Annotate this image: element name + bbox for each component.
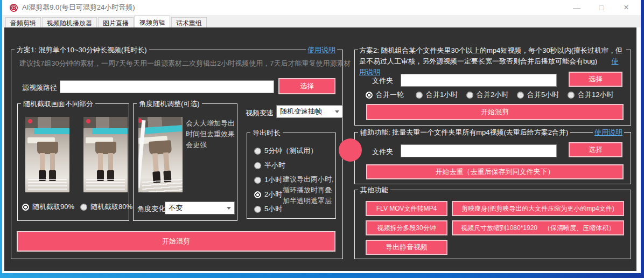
speed-label: 视频变速 (246, 108, 274, 118)
angle-preview-thumbnail (138, 117, 183, 192)
tab-bar: 音频剪辑 视频随机播放器 图片直播 视频剪辑 话术重组 (2, 15, 641, 27)
app-window: AI混剪器9.0(每日可混剪24小时音频) — □ × 音频剪辑 视频随机播放器… (2, 0, 641, 273)
plan2-title: 方案2: 随机组合某个文件夹里30个以上的mp4短视频，每个30秒以内(擅长过机… (359, 46, 622, 65)
assist-panel: 辅助功能: 批量去重一个文件夹里所有mp4视频(去重后给方案2合并) 使用说明 … (354, 132, 631, 184)
angle-group-title: 角度随机调整(可选) (137, 99, 202, 109)
merge-1hour-radio[interactable]: 合并1小时 (416, 90, 458, 100)
chevron-down-icon (335, 110, 339, 113)
plan2-folder-label: 文件夹 (372, 76, 393, 86)
main-content: 方案1: 混剪单个10~30分钟长视频(耗时长) 使用说明 建议找7组30分钟的… (4, 27, 636, 271)
source-path-label: 源视频路径 (22, 83, 57, 93)
plan1-title: 方案1: 混剪单个10~30分钟长视频(耗时长) (15, 45, 149, 55)
start-mix-button-plan2[interactable]: 开始混剪 (366, 104, 624, 120)
plan2-folder-input[interactable] (401, 74, 557, 87)
chevron-down-icon (227, 207, 231, 210)
radio-icon (80, 204, 87, 211)
angle-note: 会大大增加导出时间但去重效果会更强 (186, 118, 235, 150)
angle-change-select[interactable]: 不变 (165, 201, 235, 214)
others-panel: 其他功能 FLV MOV文件转MP4 剪映瘦身(把剪映导出的大文件压缩为更小的m… (354, 190, 631, 259)
crop-group: 随机截取画面不同部分 随机截取90% 随机截取80% (17, 103, 129, 221)
export-note: 建议导出两小时,循环播放时再叠加半透明遮罩层 (283, 174, 334, 206)
merge-5hour-radio[interactable]: 合并5小时 (517, 90, 559, 100)
flv-mov-to-mp4-button[interactable]: FLV MOV文件转MP4 (366, 201, 447, 216)
merge-2hour-radio[interactable]: 合并2小时 (466, 90, 508, 100)
plan2-panel: 方案2: 随机组合某个文件夹里30个以上的mp4短视频，每个30秒以内(擅长过机… (354, 50, 631, 126)
title-bar: AI混剪器9.0(每日可混剪24小时音频) — □ × (2, 0, 641, 15)
tab-image-live[interactable]: 图片直播 (98, 17, 134, 27)
merge-12hour-radio[interactable]: 合并12小时 (568, 90, 613, 100)
plan1-help-link[interactable]: 使用说明 (306, 45, 337, 55)
others-title: 其他功能 (358, 185, 390, 195)
assist-folder-label: 文件夹 (372, 147, 393, 157)
crop-group-title: 随机截取画面不同部分 (21, 99, 95, 109)
jianying-shrink-button[interactable]: 剪映瘦身(把剪映导出的大文件压缩为更小的mp4文件) (452, 201, 624, 216)
radio-selected-icon (254, 191, 261, 198)
tab-audio-edit[interactable]: 音频剪辑 (5, 17, 41, 27)
radio-selected-icon (366, 92, 373, 99)
split-30min-button[interactable]: 视频拆分多段30分钟 (366, 220, 447, 235)
tab-video-random-player[interactable]: 视频随机播放器 (42, 17, 97, 27)
export-2hour-radio[interactable]: 2小时 (254, 190, 282, 199)
crop-90-radio[interactable]: 随机截取90% (22, 202, 74, 212)
export-half-hour-radio[interactable]: 半小时 (254, 161, 285, 170)
export-muted-video-button[interactable]: 导出静音视频 (366, 240, 447, 255)
radio-selected-icon (22, 204, 29, 211)
merge-one-round-radio[interactable]: 合并一轮 (366, 90, 404, 100)
plan2-choose-button[interactable]: 选择 (569, 72, 622, 87)
start-mix-button-plan1[interactable]: 开始混剪 (17, 231, 335, 252)
assist-help-link[interactable]: 使用说明 (593, 128, 624, 137)
app-logo-icon (10, 4, 18, 12)
tab-video-edit[interactable]: 视频剪辑 (135, 16, 170, 27)
export-5min-radio[interactable]: 5分钟（测试用） (254, 146, 317, 156)
crop-preview-thumbnail-2 (83, 117, 128, 192)
crop-80-radio[interactable]: 随机截取80% (80, 202, 132, 212)
export-5hour-radio[interactable]: 5小时 (254, 204, 282, 214)
assist-choose-button[interactable]: 选择 (569, 142, 622, 157)
angle-change-label: 角度变化 (137, 204, 165, 214)
speed-select[interactable]: 随机变速抽帧 (276, 105, 343, 118)
source-choose-button[interactable]: 选择 (278, 78, 335, 94)
angle-group: 角度随机调整(可选) 会大大增加导出时间但去重效果会更强 角度变化 不变 (133, 103, 237, 221)
source-path-input[interactable] (60, 80, 274, 93)
export-duration-group: 导出时长 5分钟（测试用） 半小时 1小时 2小时 (247, 133, 336, 219)
close-button[interactable]: × (618, 3, 634, 12)
assist-folder-input[interactable] (401, 144, 557, 157)
minimize-button[interactable]: — (569, 3, 585, 12)
start-dedupe-button[interactable]: 开始去重（去重后保存到同文件夹下） (366, 164, 624, 179)
plan1-panel: 方案1: 混剪单个10~30分钟长视频(耗时长) 使用说明 建议找7组30分钟的… (11, 50, 343, 259)
maximize-button[interactable]: □ (593, 3, 610, 12)
tab-script-remix[interactable]: 话术重组 (171, 17, 207, 27)
record-dot-icon (339, 138, 362, 162)
window-title: AI混剪器9.0(每日可混剪24小时音频) (22, 3, 135, 12)
export-1hour-radio[interactable]: 1小时 (254, 175, 282, 185)
crop-preview-thumbnail-1 (25, 117, 69, 192)
export-duration-title: 导出时长 (250, 128, 283, 138)
resize-1080x1920-button[interactable]: 视频尺寸放缩到1080*1920 （保清晰度、压缩体积） (452, 220, 624, 235)
window-controls: — □ × (569, 0, 634, 15)
assist-title: 辅助功能: 批量去重一个文件夹里所有mp4视频(去重后给方案2合并) (358, 128, 570, 137)
plan1-hint: 建议找7组30分钟的素材，一周7天每天用一组源素材二次剪辑出2小时视频使用，7天… (19, 59, 351, 68)
